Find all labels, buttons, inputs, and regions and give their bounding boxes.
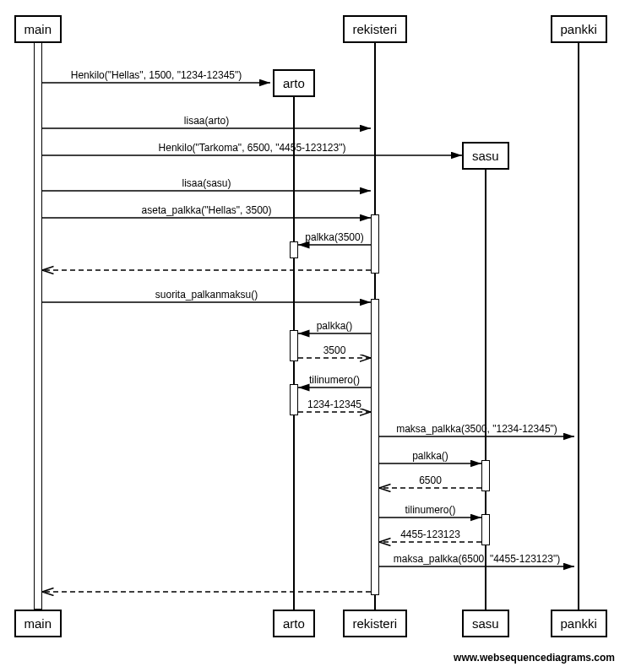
actor-rekisteri: rekisteri bbox=[343, 15, 408, 43]
message-label: 3500 bbox=[323, 344, 346, 356]
actor-pankki: pankki bbox=[551, 15, 607, 43]
activation-rekisteri bbox=[371, 214, 379, 274]
actor-pankki: pankki bbox=[551, 610, 607, 637]
actor-main: main bbox=[14, 610, 62, 637]
message-label: maksa_palkka(3500, "1234-12345") bbox=[396, 423, 557, 435]
message-label: lisaa(arto) bbox=[184, 115, 229, 127]
message-label: 1234-12345 bbox=[307, 398, 361, 410]
message-label: palkka(3500) bbox=[305, 231, 363, 243]
actor-main: main bbox=[14, 15, 62, 43]
activation-sasu bbox=[481, 460, 490, 491]
message-label: maksa_palkka(6500, "4455-123123") bbox=[394, 553, 560, 565]
message-label: tilinumero() bbox=[405, 504, 455, 516]
message-label: suorita_palkanmaksu() bbox=[155, 289, 258, 301]
actor-sasu: sasu bbox=[462, 142, 509, 170]
actor-arto: arto bbox=[273, 610, 315, 637]
message-label: 4455-123123 bbox=[400, 528, 460, 540]
sequence-diagram: mainmainartoartorekisterirekisterisasusa… bbox=[0, 0, 625, 672]
activation-rekisteri bbox=[371, 299, 379, 595]
activation-sasu bbox=[481, 514, 490, 545]
footer-credit: www.websequencediagrams.com bbox=[454, 652, 615, 664]
activation-arto bbox=[290, 384, 298, 415]
actor-sasu: sasu bbox=[462, 610, 509, 637]
message-label: Henkilo("Tarkoma", 6500, "4455-123123") bbox=[159, 142, 346, 154]
actor-arto: arto bbox=[273, 69, 315, 97]
message-label: palkka() bbox=[317, 320, 353, 332]
message-label: Henkilo("Hellas", 1500, "1234-12345") bbox=[71, 69, 242, 81]
activation-main bbox=[34, 42, 42, 610]
message-label: palkka() bbox=[412, 450, 448, 462]
activation-arto bbox=[290, 241, 298, 258]
message-label: lisaa(sasu) bbox=[182, 177, 231, 189]
actor-rekisteri: rekisteri bbox=[343, 610, 408, 637]
message-label: aseta_palkka("Hellas", 3500) bbox=[142, 204, 272, 216]
lifeline-pankki bbox=[578, 42, 579, 610]
message-label: 6500 bbox=[419, 474, 442, 486]
message-label: tilinumero() bbox=[309, 374, 360, 386]
activation-arto bbox=[290, 330, 298, 361]
